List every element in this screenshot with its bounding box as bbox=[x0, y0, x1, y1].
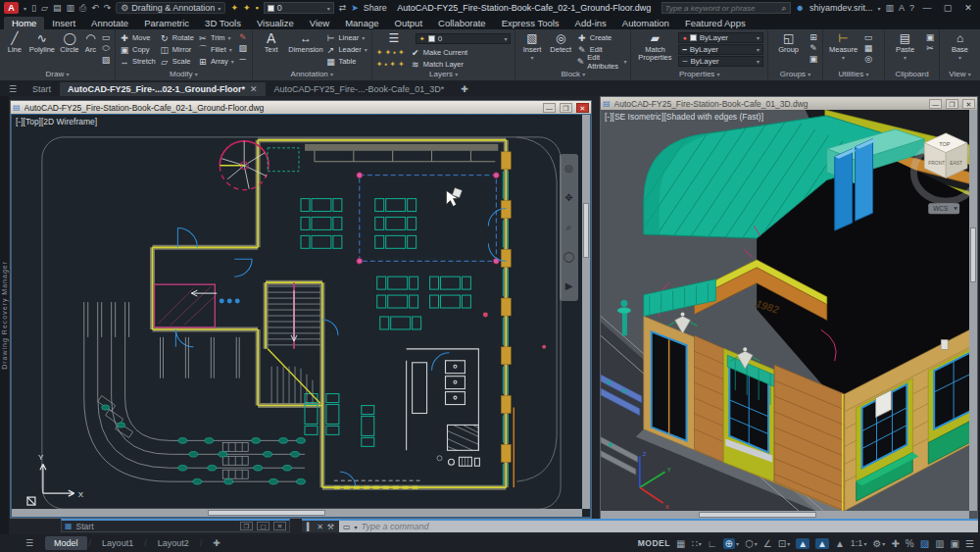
command-close-icon[interactable]: ✕ bbox=[317, 523, 323, 531]
search-box[interactable]: ⌕ bbox=[662, 2, 791, 14]
new-icon[interactable]: ▯ bbox=[31, 0, 36, 16]
panel-modify-label[interactable]: Modify ▾ bbox=[116, 70, 252, 80]
share-label[interactable]: Share bbox=[364, 3, 387, 13]
panel-draw-label[interactable]: Draw ▾ bbox=[0, 70, 115, 80]
wcs-selector[interactable]: WCS bbox=[928, 203, 959, 214]
ribbon-tab-addins[interactable]: Add-ins bbox=[567, 17, 614, 29]
arc-button[interactable]: ◠Arc bbox=[84, 31, 97, 54]
vertical-scrollbar[interactable] bbox=[969, 110, 977, 511]
trim-button[interactable]: ✂Trim ▾ bbox=[198, 32, 234, 43]
ribbon-tab-view[interactable]: View bbox=[302, 17, 337, 29]
text-button[interactable]: AText bbox=[257, 31, 286, 54]
floor-plan-drawing[interactable]: Y X bbox=[12, 115, 590, 517]
table-button[interactable]: ▦Table bbox=[325, 56, 367, 67]
horizontal-scrollbar[interactable] bbox=[12, 509, 582, 517]
maximize-button[interactable]: ▢ bbox=[940, 3, 956, 13]
ribbon-tab-3dtools[interactable]: 3D Tools bbox=[197, 17, 249, 29]
window-minimize-button[interactable]: — bbox=[543, 103, 556, 113]
insert-button[interactable]: ▧Insert▾ bbox=[519, 31, 544, 61]
window-minimize-button[interactable]: — bbox=[929, 99, 942, 109]
panel-utilities-label[interactable]: Utilities ▾ bbox=[823, 70, 884, 80]
circle-button[interactable]: ◯Circle bbox=[59, 31, 80, 54]
copy-button[interactable]: ▣Copy bbox=[120, 44, 156, 55]
search-icon[interactable]: ⌕ bbox=[782, 0, 787, 16]
nav-orbit-icon[interactable]: ◯ bbox=[564, 252, 574, 262]
workspace-switcher[interactable]: ⚙ Drafting & Annotation ▾ bbox=[116, 2, 225, 14]
match-properties-button[interactable]: ▰Match Properties bbox=[635, 31, 674, 62]
bulb-icon[interactable]: ✦ bbox=[230, 0, 238, 16]
drawing-tab-2[interactable]: AutoCAD-FY25_Fire-...-Book-Cafe_01_3D* bbox=[267, 82, 453, 96]
nav-motion-icon[interactable]: ▶ bbox=[565, 281, 573, 291]
help-icon[interactable]: ? bbox=[909, 0, 914, 16]
bulb2-icon[interactable]: ✦ bbox=[243, 0, 251, 16]
layer-dropdown[interactable]: ✦ 0 ▾ bbox=[416, 33, 512, 44]
viewport-controls-2d[interactable]: [-][Top][2D Wireframe] bbox=[16, 117, 97, 126]
canvas-3d[interactable]: [-][SE Isometric][Shaded with edges (Fas… bbox=[601, 110, 977, 519]
grid-toggle-icon[interactable]: ▦ bbox=[676, 538, 685, 549]
fillet-button[interactable]: ⌒Fillet ▾ bbox=[198, 44, 234, 55]
undo-icon[interactable]: ↶ bbox=[91, 0, 99, 16]
layer-tool-icon[interactable]: ✦ bbox=[385, 48, 392, 57]
drawing-tab-1[interactable]: AutoCAD-FY25_Fire-...02-1_Ground-Floor*✕ bbox=[60, 82, 266, 96]
layout2-tab[interactable]: Layout2 bbox=[149, 536, 198, 550]
workspace-gear-icon[interactable]: ⚙ bbox=[872, 538, 881, 549]
create-block-button[interactable]: ✚Create bbox=[577, 32, 627, 43]
quick-select-icon[interactable]: ▭ bbox=[863, 32, 873, 42]
edit-attributes-button[interactable]: ✎Edit Attributes ▾ bbox=[577, 56, 627, 67]
customization-icon[interactable]: ☰ bbox=[965, 538, 974, 549]
group-select-icon[interactable]: ▣ bbox=[808, 54, 818, 64]
minimized-window-start[interactable]: ▦ Start ❐ ▢ ✕ bbox=[61, 519, 290, 532]
customize-wrench-icon[interactable]: ⚒ bbox=[327, 523, 334, 531]
mirror-button[interactable]: ◫Mirror bbox=[160, 44, 194, 55]
move-button[interactable]: ✚Move bbox=[120, 32, 156, 43]
nav-pan-icon[interactable]: ✥ bbox=[564, 193, 572, 203]
window-close-button[interactable]: ✕ bbox=[962, 99, 975, 109]
open-icon[interactable]: ▱ bbox=[41, 0, 48, 16]
measure-button[interactable]: ⊢Measure▾ bbox=[827, 31, 859, 61]
annotation-scale-icon[interactable]: ▲ bbox=[835, 538, 845, 549]
vertical-scrollbar[interactable] bbox=[582, 115, 590, 509]
layer-tool-icon[interactable]: ✦ bbox=[376, 48, 383, 57]
copy-clip-icon[interactable]: ▣ bbox=[925, 32, 935, 42]
model-space-indicator[interactable]: MODEL bbox=[638, 538, 670, 548]
ribbon-tab-visualize[interactable]: Visualize bbox=[249, 17, 302, 29]
erase-icon[interactable]: ✎ bbox=[238, 32, 248, 42]
group-button[interactable]: ◱Group bbox=[772, 31, 805, 54]
viewport-controls-3d[interactable]: [-][SE Isometric][Shaded with edges (Fas… bbox=[605, 112, 763, 122]
signed-in-user[interactable]: shiyamdev.srit... bbox=[809, 3, 872, 13]
linetype-dropdown[interactable]: ─ByLayer▾ bbox=[678, 56, 763, 67]
isolate-objects-icon[interactable]: % bbox=[906, 538, 914, 549]
ribbon-tab-manage[interactable]: Manage bbox=[337, 17, 386, 29]
layout1-tab[interactable]: Layout1 bbox=[93, 536, 142, 550]
minimize-button[interactable]: — bbox=[919, 3, 935, 13]
layout-menu-icon[interactable]: ☰ bbox=[25, 538, 33, 548]
swap-icon[interactable]: ⇄ bbox=[339, 0, 347, 16]
start-tab[interactable]: Start bbox=[24, 82, 59, 96]
app-store-icon[interactable]: ▥ bbox=[885, 0, 894, 16]
explode-icon[interactable]: ▨ bbox=[238, 43, 248, 53]
redo-icon[interactable]: ↷ bbox=[104, 0, 112, 16]
linear-button[interactable]: ⊢Linear ▾ bbox=[325, 32, 367, 43]
nav-zoom-icon[interactable]: ⌕ bbox=[566, 223, 572, 232]
layer-tool-icon[interactable]: ✦ bbox=[376, 60, 383, 69]
window-restore-button[interactable]: ❐ bbox=[560, 103, 572, 113]
ribbon-tab-automation[interactable]: Automation bbox=[614, 17, 677, 29]
ribbon-tab-collaborate[interactable]: Collaborate bbox=[430, 17, 494, 29]
new-drawing-tab-button[interactable]: ✚ bbox=[453, 82, 476, 96]
detect-button[interactable]: ◎Detect bbox=[549, 31, 573, 54]
id-point-icon[interactable]: ◎ bbox=[863, 54, 873, 64]
array-button[interactable]: ⊞Array ▾ bbox=[198, 56, 234, 67]
hatch-icon[interactable]: ▨ bbox=[101, 55, 111, 65]
panel-groups-label[interactable]: Groups ▾ bbox=[768, 70, 822, 80]
mini-restore-button[interactable]: ❐ bbox=[240, 522, 253, 530]
polar-tracking-icon[interactable]: ⊕ bbox=[723, 538, 735, 549]
tab-close-icon[interactable]: ✕ bbox=[250, 84, 258, 94]
lineweight-dropdown[interactable]: ━ByLayer▾ bbox=[678, 44, 763, 55]
match-layer-button[interactable]: ≋Match Layer bbox=[411, 59, 464, 70]
layer-tool-icon[interactable]: ✦ bbox=[398, 60, 405, 69]
ribbon-tab-annotate[interactable]: Annotate bbox=[83, 17, 136, 29]
object-snap-icon[interactable]: ⊡ bbox=[778, 538, 786, 549]
canvas-2d[interactable]: [-][Top][2D Wireframe] ◎ ✥ ⌕ ◯ ▶ bbox=[11, 114, 591, 518]
layer-tool-icon[interactable]: ✦ bbox=[389, 60, 396, 69]
quick-calc-icon[interactable]: ▦ bbox=[863, 43, 873, 53]
